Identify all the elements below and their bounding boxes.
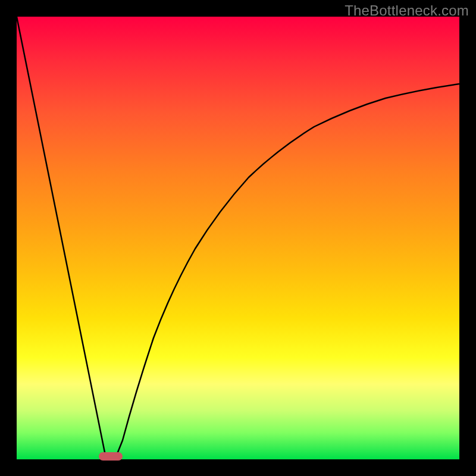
curve-left (17, 17, 106, 458)
curve-right (115, 84, 459, 458)
watermark-text: TheBottleneck.com (345, 2, 469, 19)
min-marker (99, 452, 123, 461)
data-curves (17, 17, 459, 459)
plot-area (17, 17, 459, 459)
chart-frame: TheBottleneck.com (0, 0, 476, 476)
